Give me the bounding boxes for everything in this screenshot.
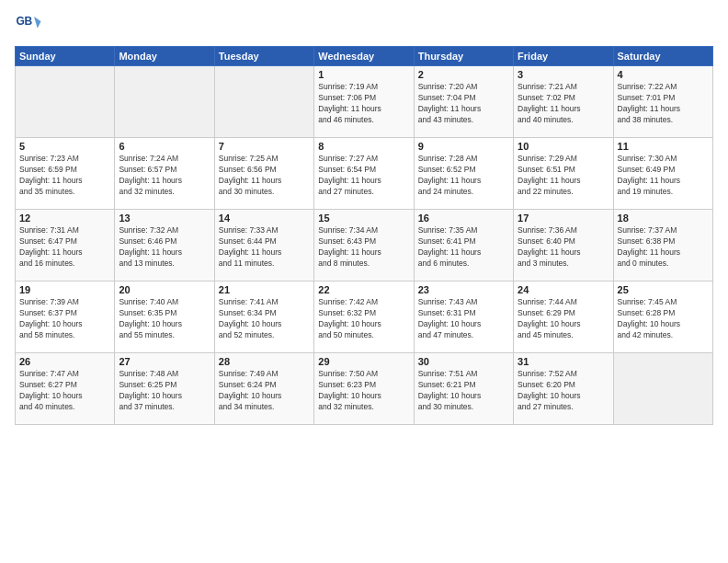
- day-number: 21: [219, 284, 310, 295]
- day-info: Sunrise: 7:29 AM Sunset: 6:51 PM Dayligh…: [518, 154, 609, 198]
- day-info: Sunrise: 7:19 AM Sunset: 7:06 PM Dayligh…: [318, 82, 409, 126]
- day-number: 6: [119, 141, 210, 152]
- day-cell: [16, 66, 115, 138]
- day-cell: 18Sunrise: 7:37 AM Sunset: 6:38 PM Dayli…: [613, 210, 712, 282]
- day-number: 3: [518, 69, 609, 80]
- day-number: 12: [19, 213, 110, 224]
- day-number: 11: [618, 141, 709, 152]
- day-number: 17: [518, 213, 609, 224]
- day-number: 30: [418, 356, 509, 367]
- day-info: Sunrise: 7:35 AM Sunset: 6:41 PM Dayligh…: [418, 225, 509, 270]
- day-cell: 25Sunrise: 7:45 AM Sunset: 6:28 PM Dayli…: [613, 282, 712, 353]
- day-number: 1: [318, 69, 409, 80]
- day-cell: [115, 66, 214, 138]
- day-info: Sunrise: 7:33 AM Sunset: 6:44 PM Dayligh…: [219, 225, 310, 270]
- header-thursday: Thursday: [414, 47, 513, 66]
- svg-text:B: B: [25, 15, 33, 28]
- header: G B: [15, 11, 713, 39]
- calendar-table: SundayMondayTuesdayWednesdayThursdayFrid…: [15, 46, 713, 425]
- day-number: 26: [19, 356, 110, 367]
- day-info: Sunrise: 7:25 AM Sunset: 6:56 PM Dayligh…: [219, 154, 310, 198]
- day-number: 31: [518, 356, 609, 367]
- day-info: Sunrise: 7:36 AM Sunset: 6:40 PM Dayligh…: [518, 225, 609, 270]
- day-info: Sunrise: 7:27 AM Sunset: 6:54 PM Dayligh…: [318, 154, 409, 198]
- day-info: Sunrise: 7:39 AM Sunset: 6:37 PM Dayligh…: [19, 297, 110, 341]
- day-info: Sunrise: 7:23 AM Sunset: 6:59 PM Dayligh…: [19, 154, 110, 198]
- day-number: 16: [418, 213, 509, 224]
- day-info: Sunrise: 7:42 AM Sunset: 6:32 PM Dayligh…: [318, 297, 409, 341]
- day-number: 25: [618, 284, 709, 295]
- day-cell: 11Sunrise: 7:30 AM Sunset: 6:49 PM Dayli…: [613, 138, 712, 210]
- header-wednesday: Wednesday: [314, 47, 414, 66]
- day-info: Sunrise: 7:30 AM Sunset: 6:49 PM Dayligh…: [618, 154, 709, 198]
- logo-icon: G B: [15, 11, 42, 39]
- day-number: 24: [518, 284, 609, 295]
- day-cell: 26Sunrise: 7:47 AM Sunset: 6:27 PM Dayli…: [16, 353, 115, 425]
- day-number: 4: [618, 69, 709, 80]
- day-number: 7: [219, 141, 310, 152]
- header-friday: Friday: [514, 47, 613, 66]
- day-cell: 30Sunrise: 7:51 AM Sunset: 6:21 PM Dayli…: [414, 353, 513, 425]
- day-info: Sunrise: 7:47 AM Sunset: 6:27 PM Dayligh…: [19, 369, 110, 413]
- day-cell: 23Sunrise: 7:43 AM Sunset: 6:31 PM Dayli…: [414, 282, 513, 353]
- day-cell: 22Sunrise: 7:42 AM Sunset: 6:32 PM Dayli…: [314, 282, 414, 353]
- header-monday: Monday: [115, 47, 214, 66]
- day-number: 2: [418, 69, 509, 80]
- day-number: 18: [618, 213, 709, 224]
- day-info: Sunrise: 7:43 AM Sunset: 6:31 PM Dayligh…: [418, 297, 509, 341]
- day-info: Sunrise: 7:32 AM Sunset: 6:46 PM Dayligh…: [119, 225, 210, 270]
- day-cell: 2Sunrise: 7:20 AM Sunset: 7:04 PM Daylig…: [414, 66, 513, 138]
- day-number: 14: [219, 213, 310, 224]
- day-info: Sunrise: 7:40 AM Sunset: 6:35 PM Dayligh…: [119, 297, 210, 341]
- day-cell: 14Sunrise: 7:33 AM Sunset: 6:44 PM Dayli…: [214, 210, 313, 282]
- day-cell: 1Sunrise: 7:19 AM Sunset: 7:06 PM Daylig…: [314, 66, 414, 138]
- day-cell: 4Sunrise: 7:22 AM Sunset: 7:01 PM Daylig…: [613, 66, 712, 138]
- day-cell: 21Sunrise: 7:41 AM Sunset: 6:34 PM Dayli…: [214, 282, 313, 353]
- day-info: Sunrise: 7:20 AM Sunset: 7:04 PM Dayligh…: [418, 82, 509, 126]
- day-number: 19: [19, 284, 110, 295]
- day-number: 5: [19, 141, 110, 152]
- day-info: Sunrise: 7:51 AM Sunset: 6:21 PM Dayligh…: [418, 369, 509, 413]
- week-row-2: 12Sunrise: 7:31 AM Sunset: 6:47 PM Dayli…: [16, 210, 713, 282]
- day-cell: 5Sunrise: 7:23 AM Sunset: 6:59 PM Daylig…: [16, 138, 115, 210]
- day-number: 20: [119, 284, 210, 295]
- day-info: Sunrise: 7:49 AM Sunset: 6:24 PM Dayligh…: [219, 369, 310, 413]
- header-tuesday: Tuesday: [214, 47, 313, 66]
- week-row-1: 5Sunrise: 7:23 AM Sunset: 6:59 PM Daylig…: [16, 138, 713, 210]
- day-info: Sunrise: 7:28 AM Sunset: 6:52 PM Dayligh…: [418, 154, 509, 198]
- calendar-page: G B SundayMondayTuesdayWednesdayThursday…: [0, 0, 728, 563]
- day-info: Sunrise: 7:48 AM Sunset: 6:25 PM Dayligh…: [119, 369, 210, 413]
- day-info: Sunrise: 7:44 AM Sunset: 6:29 PM Dayligh…: [518, 297, 609, 341]
- week-row-3: 19Sunrise: 7:39 AM Sunset: 6:37 PM Dayli…: [16, 282, 713, 353]
- day-cell: 9Sunrise: 7:28 AM Sunset: 6:52 PM Daylig…: [414, 138, 513, 210]
- day-cell: [613, 353, 712, 425]
- day-number: 23: [418, 284, 509, 295]
- day-info: Sunrise: 7:52 AM Sunset: 6:20 PM Dayligh…: [518, 369, 609, 413]
- day-number: 22: [318, 284, 409, 295]
- day-info: Sunrise: 7:31 AM Sunset: 6:47 PM Dayligh…: [19, 225, 110, 270]
- day-cell: 15Sunrise: 7:34 AM Sunset: 6:43 PM Dayli…: [314, 210, 414, 282]
- day-info: Sunrise: 7:34 AM Sunset: 6:43 PM Dayligh…: [318, 225, 409, 270]
- day-info: Sunrise: 7:41 AM Sunset: 6:34 PM Dayligh…: [219, 297, 310, 341]
- day-cell: 10Sunrise: 7:29 AM Sunset: 6:51 PM Dayli…: [514, 138, 613, 210]
- day-cell: 3Sunrise: 7:21 AM Sunset: 7:02 PM Daylig…: [514, 66, 613, 138]
- day-cell: 19Sunrise: 7:39 AM Sunset: 6:37 PM Dayli…: [16, 282, 115, 353]
- day-number: 15: [318, 213, 409, 224]
- day-info: Sunrise: 7:37 AM Sunset: 6:38 PM Dayligh…: [618, 225, 709, 270]
- day-cell: 12Sunrise: 7:31 AM Sunset: 6:47 PM Dayli…: [16, 210, 115, 282]
- svg-text:G: G: [17, 15, 25, 28]
- day-cell: 7Sunrise: 7:25 AM Sunset: 6:56 PM Daylig…: [214, 138, 313, 210]
- day-number: 29: [318, 356, 409, 367]
- week-row-4: 26Sunrise: 7:47 AM Sunset: 6:27 PM Dayli…: [16, 353, 713, 425]
- day-cell: 17Sunrise: 7:36 AM Sunset: 6:40 PM Dayli…: [514, 210, 613, 282]
- day-cell: 24Sunrise: 7:44 AM Sunset: 6:29 PM Dayli…: [514, 282, 613, 353]
- day-cell: 16Sunrise: 7:35 AM Sunset: 6:41 PM Dayli…: [414, 210, 513, 282]
- header-saturday: Saturday: [613, 47, 712, 66]
- logo: G B: [15, 11, 46, 39]
- day-cell: 29Sunrise: 7:50 AM Sunset: 6:23 PM Dayli…: [314, 353, 414, 425]
- day-info: Sunrise: 7:21 AM Sunset: 7:02 PM Dayligh…: [518, 82, 609, 126]
- day-number: 27: [119, 356, 210, 367]
- day-number: 9: [418, 141, 509, 152]
- day-cell: 28Sunrise: 7:49 AM Sunset: 6:24 PM Dayli…: [214, 353, 313, 425]
- week-row-0: 1Sunrise: 7:19 AM Sunset: 7:06 PM Daylig…: [16, 66, 713, 138]
